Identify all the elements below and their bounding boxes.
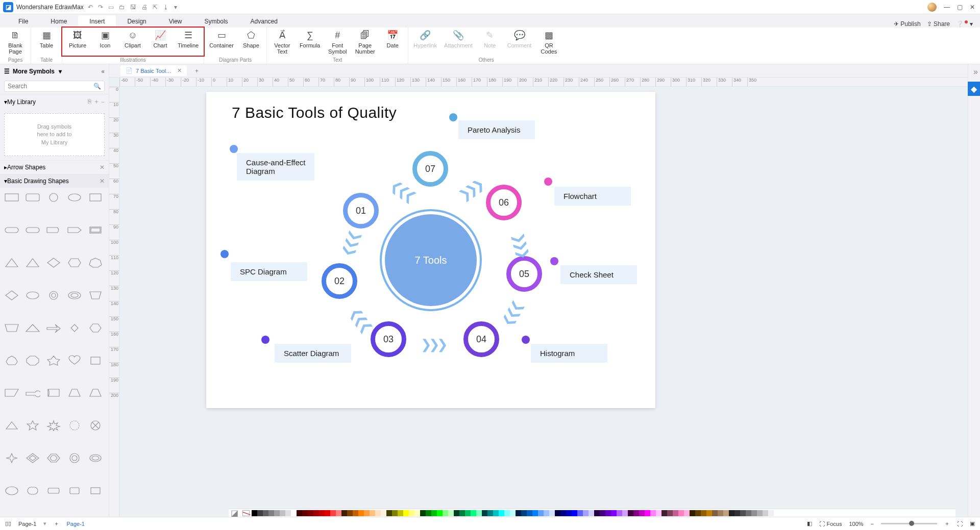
node-07[interactable]: 07 [412,151,448,187]
zoom-value[interactable]: 100% [849,521,863,527]
color-swatch[interactable] [280,510,285,516]
color-swatch[interactable] [353,510,358,516]
menu-file[interactable]: File [7,15,39,28]
color-swatch[interactable] [414,510,420,516]
color-swatch[interactable] [493,510,499,516]
document-tab[interactable]: 📄 7 Basic Tools O... ✕ [120,65,187,76]
fullscreen-icon[interactable]: ▣ [970,520,975,527]
center-circle[interactable]: 7 Tools [385,214,477,306]
hyperlink-button[interactable]: 🔗Hyperlink [413,30,437,48]
search-input[interactable] [8,83,93,90]
color-swatch[interactable] [650,510,656,516]
color-swatch[interactable] [678,510,684,516]
qat-print-icon[interactable]: 🖨 [141,4,148,11]
no-fill-swatch[interactable] [242,510,250,516]
shape-stencil[interactable] [25,420,40,431]
color-swatch[interactable] [611,510,617,516]
color-swatch[interactable] [740,510,746,516]
color-swatch[interactable] [297,510,302,516]
settings-chevron-icon[interactable]: ▾ [970,20,973,28]
library-dropzone[interactable]: Drag symbols here to add to My Library [4,113,105,156]
shape-stencil[interactable] [88,224,103,236]
user-avatar[interactable] [927,3,937,12]
shape-stencil[interactable] [46,355,61,366]
color-swatch[interactable] [617,510,622,516]
shape-stencil[interactable] [46,290,61,301]
color-swatch[interactable] [516,510,521,516]
shape-stencil[interactable] [88,452,103,464]
shape-stencil[interactable] [88,485,103,496]
color-swatch[interactable] [274,510,280,516]
close-tab-icon[interactable]: ✕ [177,67,182,74]
color-swatch[interactable] [420,510,426,516]
color-swatch[interactable] [555,510,560,516]
shape-stencil[interactable] [88,257,103,268]
shape-stencil[interactable] [88,290,103,301]
color-swatch[interactable] [645,510,650,516]
node-01[interactable]: 01 [343,193,379,229]
shape-stencil[interactable] [46,192,61,203]
node-05[interactable]: 05 [506,256,542,292]
color-swatch[interactable] [712,510,718,516]
clipart-button[interactable]: ☺Clipart [122,30,143,48]
section-my-library[interactable]: ▾ My Library ⎘ ＋ ⋯ [0,94,109,109]
timeline-button[interactable]: ☰Timeline [178,30,199,48]
symbols-search[interactable]: 🔍 [4,81,105,92]
status-page-label[interactable]: Page-1 [18,521,36,527]
menu-advanced[interactable]: Advanced [239,15,289,28]
date-button[interactable]: 📅Date [382,30,403,48]
layers-icon[interactable]: ◧ [807,520,812,527]
color-swatch[interactable] [532,510,538,516]
diagram-title[interactable]: 7 Basic Tools of Quality [232,104,397,121]
color-swatch[interactable] [667,510,673,516]
focus-button[interactable]: ⛶ Focus [819,521,842,527]
shape-stencil[interactable] [25,290,40,301]
color-swatch[interactable] [673,510,678,516]
color-swatch[interactable] [392,510,398,516]
shape-stencil[interactable] [4,257,19,268]
shape-stencil[interactable] [25,257,40,268]
color-swatch[interactable] [695,510,701,516]
pages-view-icon[interactable]: ▯▯ [5,520,11,527]
picture-button[interactable]: 🖼Picture [67,30,88,48]
color-swatch[interactable] [336,510,341,516]
label-histogram[interactable]: Histogram [531,344,607,363]
color-swatch[interactable] [459,510,465,516]
color-swatch[interactable] [443,510,448,516]
shape-stencil[interactable] [4,322,19,334]
shape-stencil[interactable] [25,192,40,203]
label-scatter[interactable]: Scatter Diagram [275,344,351,363]
add-page-button[interactable]: ＋ [54,520,59,527]
color-swatch[interactable] [364,510,370,516]
color-swatch[interactable] [633,510,639,516]
shape-stencil[interactable] [4,420,19,431]
node-06[interactable]: 06 [486,185,522,220]
color-swatch[interactable] [471,510,476,516]
shape-stencil[interactable] [46,224,61,236]
color-swatch[interactable] [347,510,353,516]
shape-stencil[interactable] [67,224,82,236]
zoom-out-button[interactable]: − [871,521,874,527]
color-swatch[interactable] [549,510,555,516]
color-swatch[interactable] [398,510,403,516]
vector-text-button[interactable]: A⃗Vector Text [272,30,292,55]
shape-stencil[interactable] [46,452,61,464]
shape-stencil[interactable] [67,420,82,431]
color-swatch[interactable] [594,510,600,516]
color-swatch[interactable] [313,510,319,516]
color-swatch[interactable] [718,510,723,516]
color-swatch[interactable] [431,510,437,516]
shape-stencil[interactable] [67,192,82,203]
color-swatch[interactable] [723,510,729,516]
color-swatch[interactable] [319,510,325,516]
color-swatch[interactable] [375,510,381,516]
shape-stencil[interactable] [25,322,40,334]
color-swatch[interactable] [572,510,577,516]
page-number-button[interactable]: 🗐Page Number [355,30,375,55]
shape-stencil[interactable] [4,192,19,203]
color-swatch[interactable] [257,510,263,516]
symbols-title[interactable]: More Symbols [13,68,55,75]
color-swatch[interactable] [341,510,347,516]
zoom-slider[interactable] [881,523,937,524]
menu-home[interactable]: Home [39,15,78,28]
